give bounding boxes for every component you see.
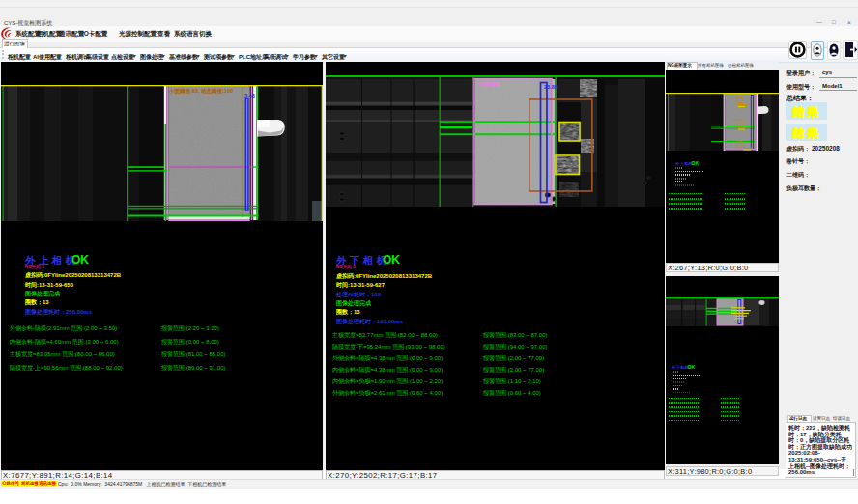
svg-text:AI检测框: AI检测框: [478, 81, 500, 88]
svg-text:3.48: 3.48: [244, 93, 255, 98]
svg-text:小面阈值:93, 动态阈值:100: 小面阈值:93, 动态阈值:100: [168, 88, 233, 95]
svg-text:23.88: 23.88: [544, 84, 558, 90]
